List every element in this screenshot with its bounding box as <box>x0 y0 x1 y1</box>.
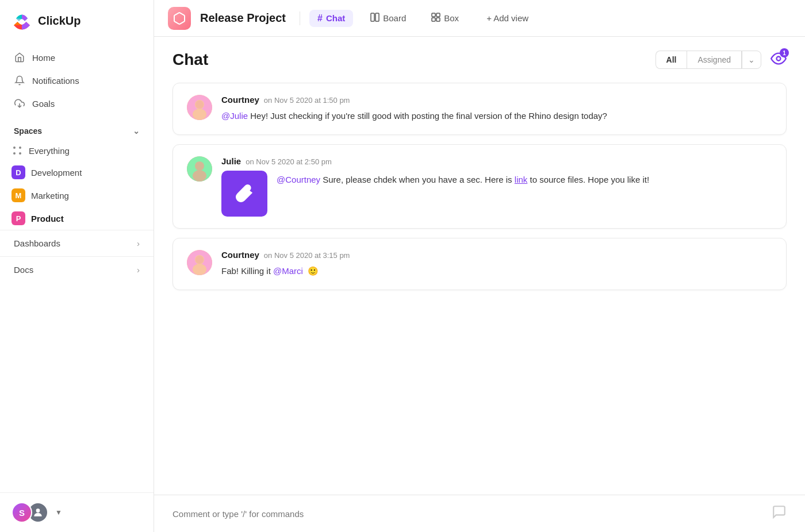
user-avatars[interactable]: S <box>12 502 48 523</box>
courtney-avatar-img-1 <box>187 95 212 120</box>
attachment-thumbnail[interactable] <box>221 171 267 217</box>
tab-box[interactable]: Box <box>423 9 467 27</box>
sidebar-item-marketing-label: Marketing <box>31 191 69 201</box>
tab-chat-label: Chat <box>326 13 345 23</box>
sidebar-item-home-label: Home <box>32 53 55 63</box>
clickup-logo-icon <box>12 10 32 31</box>
spaces-label: Spaces <box>14 126 42 136</box>
message-2-body-text: Sure, please chdek when you have a sec. … <box>323 175 515 184</box>
message-2: Julie on Nov 5 2020 at 2:50 pm @Courtney… <box>172 144 787 229</box>
message-2-author: Julie <box>221 156 241 166</box>
svg-point-3 <box>19 147 21 149</box>
svg-point-18 <box>195 161 204 171</box>
message-1-time: on Nov 5 2020 at 1:50 pm <box>264 96 350 105</box>
sidebar-item-dashboards[interactable]: Dashboards › <box>0 230 154 256</box>
sidebar-item-notifications[interactable]: Notifications <box>7 69 147 92</box>
message-1-body-text: Hey! Just checking if you're still good … <box>250 111 607 121</box>
comment-bar <box>154 495 805 532</box>
sidebar-item-goals-label: Goals <box>32 99 55 109</box>
message-2-text-after-link: to source files. Hope you like it! <box>530 175 649 184</box>
sidebar-item-product[interactable]: P Product <box>0 207 154 230</box>
svg-rect-11 <box>436 18 440 21</box>
docs-label: Docs <box>14 265 33 275</box>
message-2-text: @Courtney Sure, please chdek when you ha… <box>277 171 649 187</box>
logo-area: ClickUp <box>0 0 154 41</box>
svg-rect-7 <box>375 13 379 21</box>
svg-rect-10 <box>432 18 435 21</box>
message-3-body: Courtney on Nov 5 2020 at 3:15 pm Fab! K… <box>221 250 772 278</box>
bell-icon <box>14 75 25 86</box>
tab-board-label: Board <box>383 13 406 23</box>
home-icon <box>14 52 25 63</box>
project-icon <box>168 7 191 30</box>
sidebar-item-home[interactable]: Home <box>7 46 147 69</box>
filter-all-button[interactable]: All <box>656 51 687 69</box>
development-badge: D <box>12 165 25 179</box>
svg-point-22 <box>193 264 206 275</box>
courtney-avatar-2 <box>187 250 212 275</box>
marketing-badge: M <box>12 188 25 202</box>
chat-hash-icon: # <box>317 13 323 24</box>
app-name: ClickUp <box>38 14 80 28</box>
message-3: Courtney on Nov 5 2020 at 3:15 pm Fab! K… <box>172 238 787 290</box>
docs-chevron-icon: › <box>137 265 140 275</box>
current-user-avatar: S <box>12 502 32 523</box>
chat-header: Chat All Assigned ⌄ 1 <box>172 51 787 69</box>
svg-point-2 <box>13 152 16 155</box>
topbar-divider <box>300 11 300 25</box>
message-2-body: Julie on Nov 5 2020 at 2:50 pm @Courtney… <box>221 156 772 217</box>
user-dropdown-arrow[interactable]: ▼ <box>55 508 62 516</box>
sidebar-item-everything[interactable]: Everything <box>0 140 154 161</box>
chat-filters: All Assigned ⌄ <box>656 51 761 69</box>
sidebar-item-marketing[interactable]: M Marketing <box>0 184 154 207</box>
dashboards-label: Dashboards <box>14 238 60 248</box>
courtney-avatar-img-2 <box>187 250 212 275</box>
sidebar-item-goals[interactable]: Goals <box>7 92 147 115</box>
svg-point-19 <box>193 170 206 182</box>
message-1-mention: @Julie <box>221 111 248 121</box>
svg-point-15 <box>193 109 206 120</box>
watch-button[interactable]: 1 <box>770 51 787 69</box>
message-1-body: Courtney on Nov 5 2020 at 1:50 pm @Julie… <box>221 95 772 123</box>
message-1-author: Courtney <box>221 95 259 105</box>
svg-rect-8 <box>432 13 435 17</box>
message-3-mention: @Marci <box>273 266 303 276</box>
filter-dropdown-button[interactable]: ⌄ <box>742 51 761 69</box>
svg-point-5 <box>36 508 40 512</box>
sidebar-item-notifications-label: Notifications <box>32 76 79 86</box>
tab-box-label: Box <box>444 13 459 23</box>
message-3-prefix-text: Fab! Killing it <box>221 266 273 276</box>
message-1-meta: Courtney on Nov 5 2020 at 1:50 pm <box>221 95 772 105</box>
sidebar-item-development-label: Development <box>31 168 82 178</box>
comment-input[interactable] <box>172 509 772 519</box>
tab-board[interactable]: Board <box>362 9 414 27</box>
courtney-avatar-1 <box>187 95 212 120</box>
message-2-attachment-row: @Courtney Sure, please chdek when you ha… <box>221 171 772 217</box>
filter-assigned-button[interactable]: Assigned <box>687 51 742 69</box>
message-3-text: Fab! Killing it @Marci 🙂 <box>221 264 772 278</box>
svg-point-4 <box>19 152 21 155</box>
julie-avatar <box>187 156 212 182</box>
message-1-text: @Julie Hey! Just checking if you're stil… <box>221 109 772 123</box>
message-2-meta: Julie on Nov 5 2020 at 2:50 pm <box>221 156 772 166</box>
sidebar-bottom: S ▼ <box>0 492 154 532</box>
svg-point-12 <box>777 57 781 61</box>
spaces-chevron-icon[interactable]: ⌄ <box>133 126 140 136</box>
sidebar-item-product-label: Product <box>31 214 64 223</box>
message-2-link[interactable]: link <box>515 175 528 184</box>
sidebar-item-docs[interactable]: Docs › <box>0 256 154 283</box>
sidebar-item-development[interactable]: D Development <box>0 161 154 184</box>
chat-title: Chat <box>172 51 208 69</box>
svg-rect-9 <box>436 13 440 17</box>
message-3-emoji: 🙂 <box>308 266 319 276</box>
paperclip-icon <box>234 183 255 204</box>
message-3-author: Courtney <box>221 250 259 260</box>
svg-point-23 <box>195 256 204 264</box>
watch-badge: 1 <box>780 48 789 57</box>
julie-avatar-img <box>187 156 212 182</box>
chat-bubble-icon <box>772 504 787 523</box>
svg-point-16 <box>195 101 204 109</box>
add-view-button[interactable]: + Add view <box>478 10 536 26</box>
tab-chat[interactable]: # Chat <box>309 10 353 27</box>
message-3-meta: Courtney on Nov 5 2020 at 3:15 pm <box>221 250 772 260</box>
